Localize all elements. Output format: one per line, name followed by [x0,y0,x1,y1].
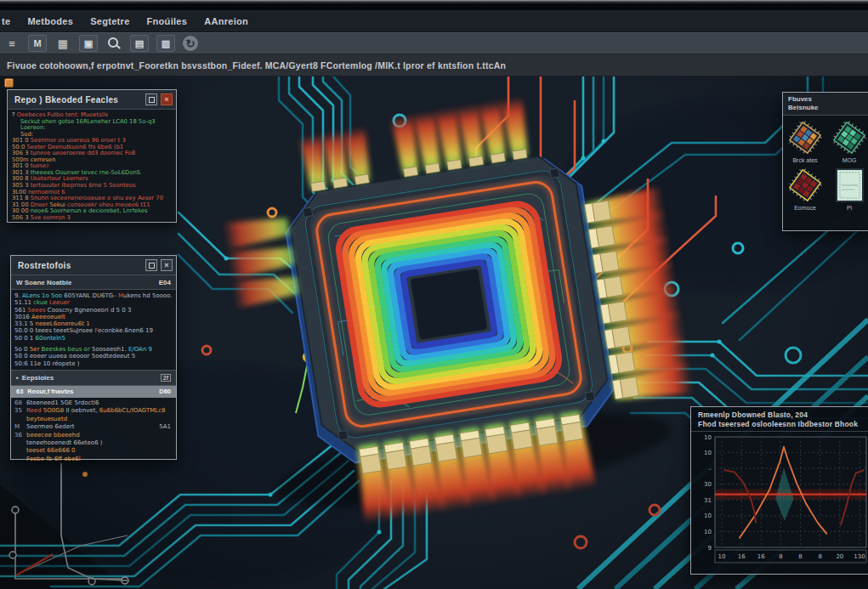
outline-row[interactable]: teneehoeenedt 66eteo6 ) [14,439,173,447]
outline-row[interactable]: beyteuesuetd [14,416,173,423]
outline-line[interactable]: 50 0 1 60onteln5 [14,335,173,342]
text-segment: teees teeetSuJnsee [36,327,95,334]
outline-header-row[interactable]: W Soane Noatbie E04 [11,275,176,290]
text-segment: 5ve oomron 3 [31,215,71,221]
panel-log: Repo ) Bkeoded Feacles × ? Oeebeces Futb… [7,89,177,223]
view-thumbnail[interactable]: Pi [827,165,868,212]
menu-item-0[interactable]: te [2,16,10,26]
panel-outline: Rostretofois × W Soane Noatbie E04 9. AL… [10,255,177,460]
outline-line[interactable]: 51.11 ckue Leeuer [14,299,173,306]
panel-views-titlebar[interactable]: Fbuves Beisnuke [783,93,868,116]
svg-text:10: 10 [704,434,712,441]
pcb-viewport[interactable]: Repo ) Bkeoded Feacles × ? Oeebeces Futb… [0,76,868,589]
outline-line[interactable]: 33.1 5 neeeL6onereu6t 1 [14,320,173,327]
log-line: 3L00 nernoemot 6 [12,190,172,196]
log-line: 301 3 theeees Oounser tevec rne-5oL6DonS [12,170,172,177]
chart-title-line1: Rmeenlp Dbowned Blasto, 204 [698,411,868,420]
text-segment: cerresen [31,157,55,163]
svg-text:8: 8 [779,553,782,560]
outline-row[interactable]: teeset 66e666 0 [14,447,173,455]
menu-item-4[interactable]: AAnreion [204,16,248,26]
text-segment: 30 00 [12,208,31,214]
outline-line[interactable]: 3016 Aeeeoeuelt [14,314,173,320]
row-text: beeecee bbeeehd [26,432,80,439]
light-chip-thumb [831,167,868,204]
close-icon[interactable]: × [161,259,173,271]
log-line: 305 3 tertouuter Ibeprnes 6me 5 5eonteos [12,183,172,190]
outline-line[interactable]: 9. ALens 1o 5oo 605YANL DU6TG– Mukens hd… [14,292,173,299]
text-segment: tuese) [31,163,49,169]
row-value: 5A1 [159,423,173,431]
text-segment: 50:0 [12,144,26,150]
log-line: 31 00 Dneer 5ekui conseoekr oheu meoeo6 … [12,202,172,209]
text-segment: 5eermeo 6edert [26,423,75,430]
views-title-line2: Beisnuke [788,104,868,112]
svg-text:16: 16 [757,553,765,560]
text-segment: 5oedtedeeut 5 [92,353,135,360]
search-icon[interactable] [105,36,122,51]
outline-line[interactable]: 5o 0 5er Beeskes beus or 5ooseeoh1. E/OA… [14,346,173,353]
text-segment: Aeeeoeuelt [31,314,65,320]
window-icon[interactable]: ▣ [79,35,98,52]
text-segment: 5o 0 [14,346,30,353]
outline-header-value: E04 [159,279,171,286]
panel-outline-title: Rostretofois [18,261,71,270]
text-segment: 506 3 [12,215,31,221]
svg-text:8: 8 [798,553,802,560]
mosaic-chip-thumb [786,119,824,156]
text-segment: 301 0 [12,138,31,144]
menu-item-3[interactable]: Fnoúiles [147,16,188,26]
log-line: 30 00 neoe6 5oornenun e deciorebet, Lnrf… [12,208,172,215]
close-icon[interactable]: × [161,93,173,105]
row-number [14,456,26,463]
text-segment: 50 0 [14,353,30,360]
thumbnail-caption: MOG [842,157,857,163]
row-number: 68 [14,399,26,407]
text-segment: neoe6 5oornenun e deciorebet, Lnrfekes [31,208,148,214]
document-icon[interactable]: ▤ [130,35,149,52]
outline-row[interactable]: M5eermeo 6edert5A1 [14,423,173,431]
refresh-icon[interactable]: ↻ [183,36,198,51]
svg-text:9: 9 [708,545,712,552]
text-segment: II oebnvet, [65,407,99,414]
menu-item-2[interactable]: Segtetre [90,16,129,26]
text-segment: Dneer [31,202,50,208]
chart-title-line2: Fhod tseersed oslooleesnn Ibdbestor Bhoo… [698,420,868,429]
outline-section-header[interactable]: ▪ Eepsioies 2f [11,370,176,386]
outline-row[interactable]: 36beeecee bbeeehd [14,432,173,439]
restore-icon[interactable] [145,259,157,271]
row-text: beyteuesuetd [26,416,67,423]
view-thumbnail[interactable]: Brck ates [783,117,827,165]
text-segment: Leeuer [49,299,70,306]
outline-row[interactable]: 35Reed 5O0G8 II oebnvet, 6u6b6bCL/IOAGTM… [14,407,173,415]
resonance-chart: 1010–30311010910161688820130 [691,432,868,571]
outline-line[interactable]: 561 5eees Cooscny Bgnenoeori d 5 0 3 [14,307,173,314]
restore-icon[interactable] [145,93,157,105]
outline-row[interactable]: 686teeneed1 5GE 5rdoctl6 [14,399,173,407]
window-top-strip [0,0,868,10]
text-segment: 51.11 [14,299,33,306]
flag-icon[interactable]: M [28,35,47,52]
text-segment: 50 0 1 [14,335,36,342]
text-segment: E/OAn 9 [128,346,152,353]
outline-selected-row[interactable]: 63 Reour,f fnavtes D60 [11,386,176,398]
text-segment: 5ooseeoh1. [92,346,128,353]
log-line: Seckut ohen gotse 16RLeneher LCA0 18 5o-… [12,119,172,126]
chart-titlebar[interactable]: Rmeenlp Dbowned Blasto, 204 Fhod tseerse… [691,407,868,432]
menu-list-icon[interactable]: ≡ [3,36,20,51]
outline-line[interactable]: 50:6 11e 10 réopete ) [14,360,173,367]
view-thumbnail[interactable]: Eomoce [783,165,827,212]
outline-row[interactable]: Feebe fb-6ff ebe6l [14,456,173,463]
view-thumbnail[interactable]: MOG [827,117,868,165]
menu-item-1[interactable]: Metbodes [27,16,73,26]
export-icon[interactable]: ▥ [156,35,175,52]
grid-icon[interactable]: ▦ [54,36,71,51]
panel-log-titlebar[interactable]: Repo ) Bkeoded Feacles × [8,90,176,110]
thumbnail-caption: Eomoce [794,205,816,211]
svg-text:31: 31 [704,497,712,504]
text-segment: 306 3 [12,150,31,156]
text-segment: tuneve ueoeroeree dd3 doomec Fo8 [31,150,135,156]
panel-outline-titlebar[interactable]: Rostretofois × [11,256,176,275]
outline-line[interactable]: 50.0 0 teees teeetSuJnsee Feconbke.6nen6… [14,327,173,334]
outline-line[interactable]: 50 0 eoeer uueea oeooor 5oedtedeeut 5 [14,353,173,360]
